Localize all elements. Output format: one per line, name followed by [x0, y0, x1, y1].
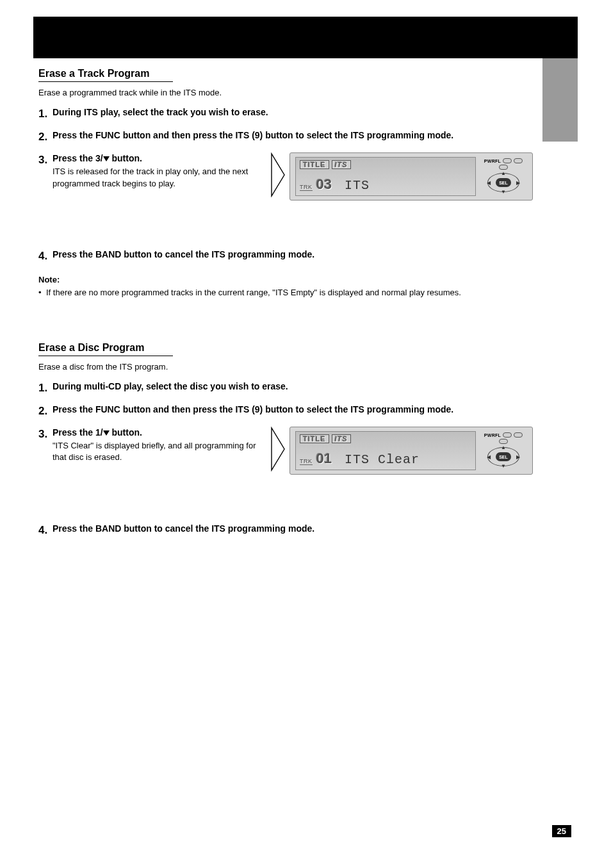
- step-text-prefix: Press the 1/: [53, 427, 103, 438]
- step-1b: 1. During multi-CD play, select the disc…: [38, 381, 560, 396]
- step-number: 4.: [38, 249, 53, 264]
- lcd-title-tab: TITLE: [300, 160, 329, 169]
- step-4: 4. Press the BAND button to cancel the I…: [38, 249, 560, 264]
- play-indicator-icon: [269, 427, 287, 471]
- step-3b: 3. Press the 1/ button. "ITS Clear" is d…: [38, 427, 269, 464]
- dpad-right-icon[interactable]: ▶: [516, 180, 520, 186]
- step-4b: 4. Press the BAND button to cancel the I…: [38, 523, 560, 538]
- pwrfl-label: PWRFL: [484, 159, 501, 163]
- lcd-main-text: ITS Clear: [345, 452, 420, 467]
- page-content: Erase a Track Program Erase a programmed…: [38, 68, 560, 545]
- step-text-suffix: button.: [110, 427, 142, 438]
- header-black-bar: [33, 17, 578, 58]
- section-intro: Erase a programmed track while in the IT…: [38, 87, 560, 99]
- step-3: 3. Press the 3/ button. ITS is released …: [38, 152, 269, 190]
- step-text: During multi-CD play, select the disc yo…: [53, 381, 560, 393]
- step-2: 2. Press the FUNC button and then press …: [38, 129, 560, 145]
- step-subtext: ITS is released for the track in play on…: [53, 166, 269, 189]
- step-subtext: "ITS Clear" is displayed briefly, and al…: [53, 440, 269, 463]
- dpad-down-icon[interactable]: ▼: [501, 189, 506, 195]
- step-3b-row: 3. Press the 1/ button. "ITS Clear" is d…: [38, 427, 560, 471]
- section-intro-2: Erase a disc from the ITS program.: [38, 361, 560, 373]
- misc-button-2[interactable]: [499, 439, 508, 444]
- pwrfl-button[interactable]: [503, 432, 512, 438]
- pwrfl-label: PWRFL: [484, 433, 501, 438]
- note-label: Note:: [38, 274, 560, 286]
- step-number: 1.: [38, 106, 53, 122]
- step-number: 3.: [38, 152, 53, 168]
- down-arrow-icon: [103, 430, 110, 436]
- step-number: 3.: [38, 427, 53, 442]
- lcd-screen: TITLE ITS TRK 03 ITS: [295, 157, 476, 196]
- step-text: Press the BAND button to cancel the ITS …: [53, 249, 560, 261]
- step-number: 1.: [38, 381, 53, 396]
- dpad-left-icon[interactable]: ◀: [487, 180, 491, 186]
- misc-button[interactable]: [514, 432, 523, 438]
- step-text: During ITS play, select the track you wi…: [53, 106, 560, 119]
- dpad-down-icon[interactable]: ▼: [501, 463, 506, 469]
- bullet-icon: •: [38, 287, 46, 299]
- note-bullet: • If there are no more programmed tracks…: [38, 287, 560, 299]
- lcd-panel-its-clear: TITLE ITS TRK 01 ITS Clear PWRFL: [289, 427, 533, 475]
- sel-button[interactable]: SEL: [496, 178, 511, 187]
- section-title-erase-disc: Erase a Disc Program: [38, 342, 173, 356]
- lcd-its-tab: ITS: [332, 160, 351, 169]
- step-text-suffix: button.: [110, 153, 142, 163]
- step-text: Press the FUNC button and then press the…: [53, 129, 560, 142]
- lcd-controls: PWRFL ▲ ▼ ◀ ▶ SEL: [476, 158, 527, 194]
- page-number: 25: [552, 825, 571, 837]
- step-text: Press the FUNC button and then press the…: [53, 404, 560, 416]
- note-text: If there are no more programmed tracks i…: [46, 287, 461, 299]
- dpad-left-icon[interactable]: ◀: [487, 454, 491, 460]
- step-3-row: 3. Press the 3/ button. ITS is released …: [38, 152, 560, 197]
- step-text: Press the BAND button to cancel the ITS …: [53, 523, 560, 536]
- step-2b: 2. Press the FUNC button and then press …: [38, 404, 560, 419]
- lcd-main-text: ITS: [345, 178, 370, 193]
- lcd-controls: PWRFL ▲ ▼ ◀ ▶ SEL: [476, 432, 527, 468]
- section-title-erase-track: Erase a Track Program: [38, 68, 173, 82]
- lcd-trk-number: 01: [316, 450, 332, 467]
- step-text-prefix: Press the 3/: [53, 153, 103, 163]
- lcd-trk-number: 03: [316, 176, 332, 193]
- dpad-control[interactable]: ▲ ▼ ◀ ▶ SEL: [485, 171, 521, 194]
- lcd-trk-label: TRK: [300, 184, 313, 191]
- dpad-right-icon[interactable]: ▶: [516, 454, 520, 460]
- dpad-control[interactable]: ▲ ▼ ◀ ▶ SEL: [485, 445, 521, 468]
- lcd-its-tab: ITS: [332, 434, 351, 443]
- note-block: Note: • If there are no more programmed …: [38, 274, 560, 299]
- pwrfl-button[interactable]: [503, 158, 512, 163]
- step-1: 1. During ITS play, select the track you…: [38, 106, 560, 122]
- play-indicator-icon: [269, 152, 287, 197]
- down-arrow-icon: [103, 156, 110, 161]
- dpad-up-icon[interactable]: ▲: [501, 170, 506, 176]
- step-text: Press the 3/ button.: [53, 152, 269, 165]
- misc-button[interactable]: [514, 158, 523, 163]
- lcd-trk-label: TRK: [300, 458, 313, 465]
- lcd-title-tab: TITLE: [300, 434, 329, 443]
- misc-button-2[interactable]: [499, 165, 508, 170]
- step-number: 4.: [38, 523, 53, 538]
- dpad-up-icon[interactable]: ▲: [501, 445, 506, 450]
- step-number: 2.: [38, 129, 53, 145]
- step-text: Press the 1/ button.: [53, 427, 269, 439]
- lcd-screen: TITLE ITS TRK 01 ITS Clear: [295, 431, 476, 470]
- lcd-panel-its: TITLE ITS TRK 03 ITS PWRFL: [289, 152, 533, 201]
- sel-button[interactable]: SEL: [496, 452, 511, 461]
- step-number: 2.: [38, 404, 53, 419]
